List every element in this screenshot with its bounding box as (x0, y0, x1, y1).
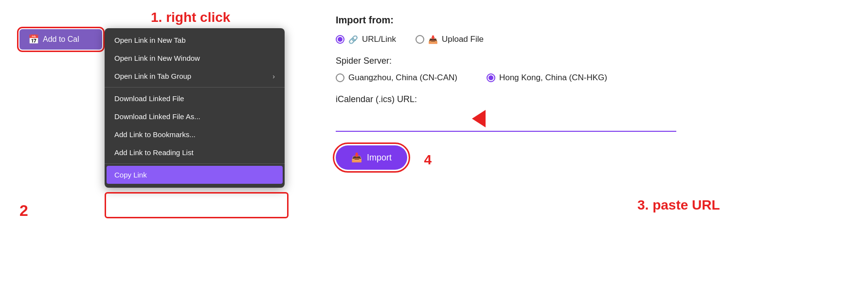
spider-server-label: Spider Server: (336, 56, 834, 66)
copy-link-outline (105, 192, 289, 218)
import-type-row: 🔗 URL/Link 📥 Upload File (336, 35, 834, 44)
hongkong-radio[interactable] (487, 73, 495, 82)
upload-file-radio[interactable] (416, 35, 424, 44)
add-to-calendar-button[interactable]: 📅 Add to Cal (19, 29, 102, 50)
import-button[interactable]: 📥 Import (336, 145, 407, 170)
hongkong-label: Hong Kong, China (CN-HKG) (499, 73, 607, 83)
context-menu: Open Link in New Tab Open Link in New Wi… (105, 28, 285, 188)
import-from-label: Import from: (336, 15, 834, 26)
context-add-to-bookmarks[interactable]: Add Link to Bookmarks... (105, 125, 285, 143)
step2-label: 2 (19, 202, 28, 220)
upload-icon: 📥 (428, 35, 438, 44)
calendar-icon: 📅 (28, 34, 39, 45)
context-download-linked-file-as[interactable]: Download Linked File As... (105, 107, 285, 125)
icalendar-label: iCalendar (.ics) URL: (336, 94, 834, 105)
upload-file-option[interactable]: 📥 Upload File (416, 35, 484, 44)
context-menu-divider-2 (105, 163, 285, 164)
link-icon: 🔗 (348, 35, 358, 44)
import-btn-label: Import (367, 153, 392, 163)
url-link-label: URL/Link (362, 35, 396, 44)
step3-label: 3. paste URL (637, 197, 720, 213)
guangzhou-option[interactable]: Guangzhou, China (CN-CAN) (336, 73, 457, 83)
url-link-option[interactable]: 🔗 URL/Link (336, 35, 396, 44)
step1-label: 1. right click (151, 10, 230, 25)
import-icon: 📥 (351, 152, 362, 163)
server-options-row: Guangzhou, China (CN-CAN) Hong Kong, Chi… (336, 73, 834, 83)
left-side: 1. right click 📅 Add to Cal Open Link in… (15, 10, 316, 273)
url-input-area (336, 110, 834, 132)
chevron-right-icon: › (272, 72, 275, 80)
add-to-cal-label: Add to Cal (43, 35, 79, 44)
context-copy-link[interactable]: Copy Link (107, 166, 283, 184)
guangzhou-radio[interactable] (336, 73, 344, 82)
context-open-tab-group[interactable]: Open Link in Tab Group › (105, 67, 285, 85)
arrow-left-icon (472, 110, 486, 127)
url-input[interactable] (336, 110, 676, 132)
context-open-new-tab[interactable]: Open Link in New Tab (105, 31, 285, 49)
right-side: Import from: 🔗 URL/Link 📥 Upload File Sp… (316, 10, 853, 273)
upload-file-label: Upload File (442, 35, 484, 44)
url-link-radio[interactable] (336, 35, 344, 44)
context-add-reading-list[interactable]: Add Link to Reading List (105, 143, 285, 161)
context-open-new-window[interactable]: Open Link in New Window (105, 49, 285, 67)
guangzhou-label: Guangzhou, China (CN-CAN) (348, 73, 457, 83)
hongkong-option[interactable]: Hong Kong, China (CN-HKG) (487, 73, 607, 83)
context-menu-divider-1 (105, 87, 285, 88)
import-button-area: 📥 Import 4 (336, 145, 407, 170)
step4-label: 4 (424, 152, 432, 168)
context-download-linked-file[interactable]: Download Linked File (105, 89, 285, 107)
step3-row: 3. paste URL (472, 110, 486, 127)
main-container: 1. right click 📅 Add to Cal Open Link in… (0, 0, 868, 283)
